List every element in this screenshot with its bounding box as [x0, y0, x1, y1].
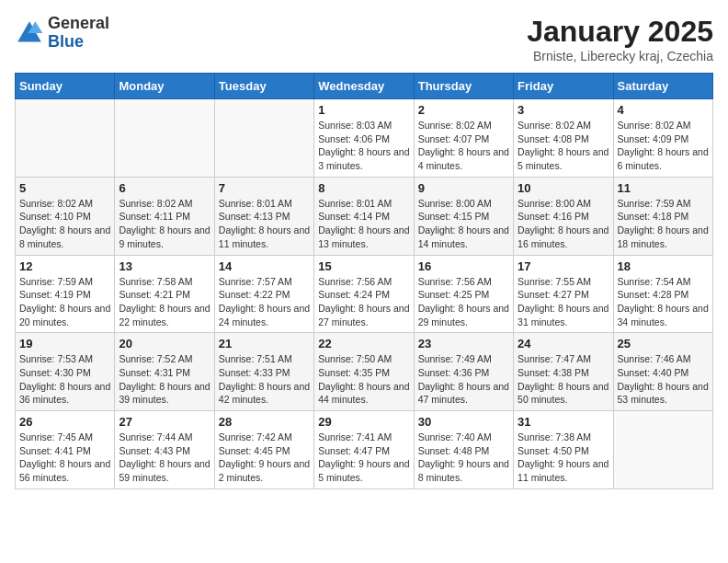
day-info: Sunrise: 8:00 AM Sunset: 4:16 PM Dayligh… [518, 197, 609, 251]
calendar-cell: 21Sunrise: 7:51 AM Sunset: 4:33 PM Dayli… [214, 333, 313, 411]
calendar-cell: 6Sunrise: 8:02 AM Sunset: 4:11 PM Daylig… [115, 177, 214, 255]
day-info: Sunrise: 7:44 AM Sunset: 4:43 PM Dayligh… [119, 431, 210, 485]
weekday-header: Monday [115, 74, 214, 99]
calendar-cell: 3Sunrise: 8:02 AM Sunset: 4:08 PM Daylig… [514, 99, 613, 178]
day-number: 18 [618, 259, 709, 273]
calendar-cell: 29Sunrise: 7:41 AM Sunset: 4:47 PM Dayli… [314, 411, 414, 489]
calendar-header: SundayMondayTuesdayWednesdayThursdayFrid… [16, 74, 713, 99]
day-number: 9 [418, 181, 509, 195]
weekday-row: SundayMondayTuesdayWednesdayThursdayFrid… [16, 74, 713, 99]
calendar-week-row: 1Sunrise: 8:03 AM Sunset: 4:06 PM Daylig… [16, 99, 713, 178]
day-number: 20 [119, 337, 210, 350]
calendar-week-row: 12Sunrise: 7:59 AM Sunset: 4:19 PM Dayli… [16, 255, 713, 333]
day-info: Sunrise: 7:38 AM Sunset: 4:50 PM Dayligh… [518, 431, 609, 485]
calendar-cell [214, 99, 313, 178]
page-header: General Blue January 2025 Brniste, Liber… [15, 15, 713, 63]
day-number: 15 [318, 259, 409, 273]
day-number: 12 [19, 259, 110, 273]
logo: General Blue [15, 15, 109, 52]
day-info: Sunrise: 7:55 AM Sunset: 4:27 PM Dayligh… [518, 275, 609, 329]
day-info: Sunrise: 7:51 AM Sunset: 4:33 PM Dayligh… [219, 352, 310, 407]
calendar-cell: 4Sunrise: 8:02 AM Sunset: 4:09 PM Daylig… [613, 99, 712, 178]
calendar-cell: 30Sunrise: 7:40 AM Sunset: 4:48 PM Dayli… [414, 411, 513, 489]
day-number: 8 [318, 181, 409, 195]
calendar-cell: 18Sunrise: 7:54 AM Sunset: 4:28 PM Dayli… [613, 255, 712, 333]
weekday-header: Tuesday [214, 74, 313, 99]
day-info: Sunrise: 7:40 AM Sunset: 4:48 PM Dayligh… [418, 431, 509, 485]
day-number: 6 [119, 181, 210, 195]
day-number: 10 [518, 181, 609, 195]
day-number: 3 [518, 103, 609, 117]
logo-text: General Blue [48, 15, 109, 52]
day-info: Sunrise: 8:02 AM Sunset: 4:07 PM Dayligh… [418, 119, 509, 173]
weekday-header: Friday [514, 74, 613, 99]
day-number: 27 [119, 415, 210, 429]
day-number: 5 [19, 181, 110, 195]
day-info: Sunrise: 7:52 AM Sunset: 4:31 PM Dayligh… [119, 352, 210, 407]
calendar-cell: 8Sunrise: 8:01 AM Sunset: 4:14 PM Daylig… [314, 177, 414, 255]
day-number: 24 [518, 337, 609, 350]
calendar-week-row: 5Sunrise: 8:02 AM Sunset: 4:10 PM Daylig… [16, 177, 713, 255]
day-info: Sunrise: 8:02 AM Sunset: 4:09 PM Dayligh… [618, 119, 709, 173]
calendar-cell: 22Sunrise: 7:50 AM Sunset: 4:35 PM Dayli… [314, 333, 414, 411]
calendar-cell: 15Sunrise: 7:56 AM Sunset: 4:24 PM Dayli… [314, 255, 414, 333]
title-block: January 2025 Brniste, Liberecky kraj, Cz… [527, 15, 713, 63]
calendar-cell: 12Sunrise: 7:59 AM Sunset: 4:19 PM Dayli… [16, 255, 115, 333]
day-info: Sunrise: 7:41 AM Sunset: 4:47 PM Dayligh… [318, 431, 409, 485]
day-number: 25 [618, 337, 709, 350]
calendar-cell: 31Sunrise: 7:38 AM Sunset: 4:50 PM Dayli… [514, 411, 613, 489]
day-info: Sunrise: 8:02 AM Sunset: 4:10 PM Dayligh… [19, 197, 110, 251]
calendar-cell: 11Sunrise: 7:59 AM Sunset: 4:18 PM Dayli… [613, 177, 712, 255]
day-info: Sunrise: 7:56 AM Sunset: 4:24 PM Dayligh… [318, 275, 409, 329]
calendar-cell: 27Sunrise: 7:44 AM Sunset: 4:43 PM Dayli… [115, 411, 214, 489]
day-info: Sunrise: 7:50 AM Sunset: 4:35 PM Dayligh… [318, 352, 409, 407]
calendar-cell: 26Sunrise: 7:45 AM Sunset: 4:41 PM Dayli… [16, 411, 115, 489]
day-number: 1 [318, 103, 409, 117]
logo-blue: Blue [48, 33, 109, 52]
day-number: 26 [19, 415, 110, 429]
calendar-cell: 23Sunrise: 7:49 AM Sunset: 4:36 PM Dayli… [414, 333, 513, 411]
calendar-title: January 2025 [527, 15, 713, 49]
day-number: 7 [219, 181, 310, 195]
calendar-cell: 9Sunrise: 8:00 AM Sunset: 4:15 PM Daylig… [414, 177, 513, 255]
day-number: 14 [219, 259, 310, 273]
calendar-cell: 25Sunrise: 7:46 AM Sunset: 4:40 PM Dayli… [613, 333, 712, 411]
calendar-week-row: 19Sunrise: 7:53 AM Sunset: 4:30 PM Dayli… [16, 333, 713, 411]
calendar-cell: 13Sunrise: 7:58 AM Sunset: 4:21 PM Dayli… [115, 255, 214, 333]
calendar-cell: 28Sunrise: 7:42 AM Sunset: 4:45 PM Dayli… [214, 411, 313, 489]
day-info: Sunrise: 7:56 AM Sunset: 4:25 PM Dayligh… [418, 275, 509, 329]
day-info: Sunrise: 7:53 AM Sunset: 4:30 PM Dayligh… [19, 352, 110, 407]
day-info: Sunrise: 7:59 AM Sunset: 4:19 PM Dayligh… [19, 275, 110, 329]
logo-icon [15, 18, 44, 48]
calendar-cell: 7Sunrise: 8:01 AM Sunset: 4:13 PM Daylig… [214, 177, 313, 255]
day-number: 4 [618, 103, 709, 117]
weekday-header: Wednesday [314, 74, 414, 99]
calendar-cell: 2Sunrise: 8:02 AM Sunset: 4:07 PM Daylig… [414, 99, 513, 178]
day-number: 2 [418, 103, 509, 117]
day-number: 13 [119, 259, 210, 273]
day-info: Sunrise: 7:45 AM Sunset: 4:41 PM Dayligh… [19, 431, 110, 485]
day-info: Sunrise: 8:02 AM Sunset: 4:08 PM Dayligh… [518, 119, 609, 173]
day-info: Sunrise: 7:42 AM Sunset: 4:45 PM Dayligh… [219, 431, 310, 485]
calendar-cell: 17Sunrise: 7:55 AM Sunset: 4:27 PM Dayli… [514, 255, 613, 333]
day-number: 21 [219, 337, 310, 350]
calendar-cell: 1Sunrise: 8:03 AM Sunset: 4:06 PM Daylig… [314, 99, 414, 178]
day-info: Sunrise: 8:01 AM Sunset: 4:14 PM Dayligh… [318, 197, 409, 251]
day-number: 23 [418, 337, 509, 350]
calendar-cell: 24Sunrise: 7:47 AM Sunset: 4:38 PM Dayli… [514, 333, 613, 411]
calendar-body: 1Sunrise: 8:03 AM Sunset: 4:06 PM Daylig… [16, 99, 713, 489]
calendar-cell [115, 99, 214, 178]
weekday-header: Saturday [613, 74, 712, 99]
weekday-header: Sunday [16, 74, 115, 99]
day-number: 22 [318, 337, 409, 350]
calendar-cell: 20Sunrise: 7:52 AM Sunset: 4:31 PM Dayli… [115, 333, 214, 411]
calendar-cell: 10Sunrise: 8:00 AM Sunset: 4:16 PM Dayli… [514, 177, 613, 255]
calendar-cell [613, 411, 712, 489]
calendar-cell: 5Sunrise: 8:02 AM Sunset: 4:10 PM Daylig… [16, 177, 115, 255]
day-info: Sunrise: 8:02 AM Sunset: 4:11 PM Dayligh… [119, 197, 210, 251]
day-number: 17 [518, 259, 609, 273]
calendar-cell: 14Sunrise: 7:57 AM Sunset: 4:22 PM Dayli… [214, 255, 313, 333]
weekday-header: Thursday [414, 74, 513, 99]
calendar-week-row: 26Sunrise: 7:45 AM Sunset: 4:41 PM Dayli… [16, 411, 713, 489]
day-info: Sunrise: 7:59 AM Sunset: 4:18 PM Dayligh… [618, 197, 709, 251]
